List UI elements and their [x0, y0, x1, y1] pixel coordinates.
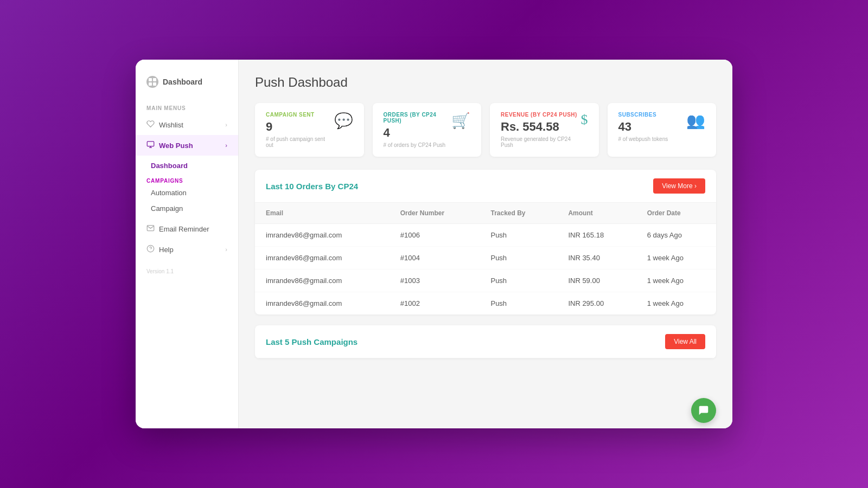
cell-order_date: 6 days Ago [636, 224, 716, 247]
sidebar-sub-automation[interactable]: Automation [136, 185, 238, 201]
wishlist-icon [146, 120, 155, 130]
campaigns-section: Last 5 Push Campaigns View All [255, 325, 716, 358]
svg-rect-3 [153, 82, 156, 86]
table-row: imrandev86@gmail.com#1004PushINR 35.401 … [255, 247, 716, 269]
stat-label-orders: ORDERS (BY CP24 PUSH) [384, 112, 452, 124]
stat-card-subscribes: SUBSCRIBES 43 # of webpush tokens 👥 [608, 103, 717, 157]
sidebar-wishlist-label: Wishlist [159, 121, 183, 129]
svg-rect-1 [153, 78, 156, 81]
stat-value-campaign: 9 [266, 120, 334, 134]
cell-amount: INR 59.00 [557, 269, 636, 292]
stat-desc-orders: # of orders by CP24 Push [384, 142, 452, 148]
sidebar-dashboard[interactable]: Dashboard [136, 70, 238, 99]
version-label: Version 1.1 [136, 260, 238, 274]
sidebar-item-wishlist[interactable]: Wishlist › [136, 114, 238, 135]
col-email: Email [255, 203, 390, 224]
page-title: Push Dashboad [255, 75, 716, 90]
campaigns-section-title: Last 5 Push Campaigns [266, 337, 358, 346]
stat-value-orders: 4 [384, 126, 452, 140]
cell-email: imrandev86@gmail.com [255, 224, 390, 247]
orders-table: Email Order Number Tracked By Amount Ord… [255, 203, 716, 314]
col-tracked-by: Tracked By [480, 203, 557, 224]
orders-view-more-button[interactable]: View More › [653, 178, 705, 194]
orders-section-title: Last 10 Orders By CP24 [266, 182, 358, 191]
col-amount: Amount [557, 203, 636, 224]
cell-email: imrandev86@gmail.com [255, 292, 390, 315]
email-reminder-label: Email Reminder [159, 225, 209, 233]
main-menus-label: MAIN MENUS [136, 99, 238, 114]
svg-rect-4 [147, 142, 154, 146]
orders-section: Last 10 Orders By CP24 View More › Email… [255, 170, 716, 314]
campaign-sent-icon: 💬 [334, 112, 353, 130]
wishlist-chevron-icon: › [225, 121, 227, 128]
cell-order_number: #1004 [390, 247, 480, 269]
table-row: imrandev86@gmail.com#1002PushINR 295.001… [255, 292, 716, 315]
orders-table-header-row: Email Order Number Tracked By Amount Ord… [255, 203, 716, 224]
web-push-chevron-icon: › [225, 142, 227, 149]
stat-desc-revenue: Revenue generated by CP24 Push [501, 136, 581, 148]
fab-chat-button[interactable] [691, 398, 716, 423]
stat-desc-campaign: # of push campaign sent out [266, 136, 334, 148]
stat-card-orders: ORDERS (BY CP24 PUSH) 4 # of orders by C… [373, 103, 482, 157]
table-row: imrandev86@gmail.com#1006PushINR 165.186… [255, 224, 716, 247]
sidebar-item-email-reminder[interactable]: Email Reminder [136, 219, 238, 239]
svg-rect-0 [149, 78, 152, 81]
stat-label-campaign: CAMPAIGN SENT [266, 112, 334, 118]
cell-tracked_by: Push [480, 269, 557, 292]
col-order-number: Order Number [390, 203, 480, 224]
sidebar-sub-campaign[interactable]: Campaign [136, 201, 238, 216]
help-icon [146, 245, 155, 254]
stats-row: CAMPAIGN SENT 9 # of push campaign sent … [255, 103, 716, 157]
stat-card-revenue: REVENUE (BY CP24 PUSH) Rs. 554.58 Revenu… [490, 103, 599, 157]
orders-section-header: Last 10 Orders By CP24 View More › [255, 170, 716, 203]
cell-order_date: 1 week Ago [636, 292, 716, 315]
stat-card-campaign-sent: CAMPAIGN SENT 9 # of push campaign sent … [255, 103, 364, 157]
stat-value-revenue: Rs. 554.58 [501, 120, 581, 134]
cell-email: imrandev86@gmail.com [255, 269, 390, 292]
cell-order_number: #1002 [390, 292, 480, 315]
cell-amount: INR 35.40 [557, 247, 636, 269]
help-chevron-icon: › [225, 246, 227, 253]
table-row: imrandev86@gmail.com#1003PushINR 59.001 … [255, 269, 716, 292]
campaigns-view-all-button[interactable]: View All [665, 334, 705, 349]
campaigns-section-header: Last 5 Push Campaigns View All [255, 325, 716, 358]
help-label: Help [159, 246, 174, 254]
cell-amount: INR 295.00 [557, 292, 636, 315]
cell-order_date: 1 week Ago [636, 247, 716, 269]
sidebar-item-help[interactable]: Help › [136, 239, 238, 260]
web-push-submenu: Dashboard CAMPAIGNS Automation Campaign [136, 156, 238, 219]
stat-value-subscribes: 43 [618, 120, 668, 134]
sidebar-web-push-label: Web Push [159, 142, 193, 150]
web-push-icon [146, 140, 155, 150]
sidebar: Dashboard MAIN MENUS Wishlist › [136, 60, 239, 428]
subscribes-icon: 👥 [686, 112, 705, 130]
orders-icon: 🛒 [451, 112, 470, 130]
svg-rect-2 [149, 82, 152, 86]
sidebar-sub-dashboard[interactable]: Dashboard [136, 158, 238, 174]
cell-tracked_by: Push [480, 247, 557, 269]
stat-label-subscribes: SUBSCRIBES [618, 112, 668, 118]
cell-email: imrandev86@gmail.com [255, 247, 390, 269]
revenue-icon: $ [581, 112, 588, 128]
col-order-date: Order Date [636, 203, 716, 224]
dashboard-icon [146, 76, 158, 88]
cell-order_date: 1 week Ago [636, 269, 716, 292]
cell-order_number: #1003 [390, 269, 480, 292]
cell-tracked_by: Push [480, 224, 557, 247]
main-content: Push Dashboad CAMPAIGN SENT 9 # of push … [239, 60, 732, 428]
cell-order_number: #1006 [390, 224, 480, 247]
sidebar-item-web-push[interactable]: Web Push › [136, 135, 238, 156]
email-reminder-icon [146, 224, 155, 234]
cell-amount: INR 165.18 [557, 224, 636, 247]
cell-tracked_by: Push [480, 292, 557, 315]
stat-desc-subscribes: # of webpush tokens [618, 136, 668, 142]
campaigns-sub-label: CAMPAIGNS [136, 174, 238, 185]
stat-label-revenue: REVENUE (BY CP24 PUSH) [501, 112, 581, 118]
